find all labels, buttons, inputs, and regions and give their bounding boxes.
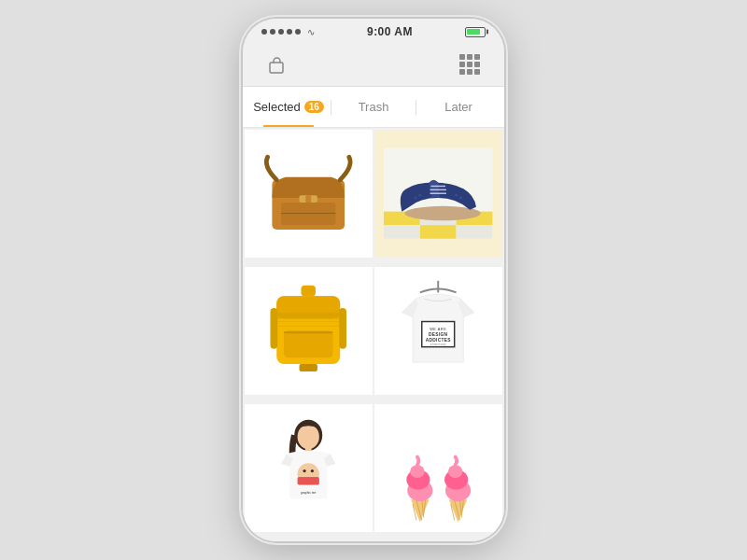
product-cell-backpack[interactable] — [245, 267, 373, 395]
signal-dots: ∿ — [261, 27, 315, 37]
svg-marker-53 — [449, 499, 467, 522]
svg-point-20 — [459, 197, 462, 200]
svg-point-17 — [415, 197, 417, 200]
product-grid: WE ARE DESIGN ADDICTES a brand story — [243, 128, 504, 541]
product-cell-tshirt[interactable]: WE ARE DESIGN ADDICTES a brand story — [374, 267, 502, 395]
status-bar: ∿ 9:00 AM — [243, 19, 504, 45]
product-cell-bag[interactable] — [245, 130, 373, 258]
battery-fill — [467, 29, 480, 35]
app-content: Selected 16 Trash Later — [243, 86, 504, 541]
svg-rect-27 — [300, 364, 317, 371]
svg-point-60 — [448, 466, 463, 479]
tab-later-label: Later — [444, 100, 472, 114]
svg-point-19 — [455, 194, 458, 197]
svg-rect-21 — [302, 286, 317, 297]
svg-text:WE ARE: WE ARE — [430, 328, 447, 332]
product-cell-woman-tshirt[interactable]: graphic tee — [245, 404, 373, 532]
bag-icon[interactable] — [265, 54, 288, 77]
svg-text:a brand story: a brand story — [430, 343, 447, 346]
svg-point-38 — [298, 425, 319, 450]
tab-selected[interactable]: Selected 16 — [247, 87, 331, 127]
signal-dot-5 — [295, 29, 301, 35]
tab-bar: Selected 16 Trash Later — [243, 87, 504, 128]
tab-trash[interactable]: Trash — [331, 87, 416, 127]
product-cell-shoe[interactable] — [374, 130, 502, 258]
svg-rect-12 — [457, 225, 493, 239]
grid-menu-icon[interactable] — [459, 54, 482, 77]
svg-point-52 — [410, 466, 425, 479]
svg-rect-43 — [298, 477, 319, 484]
svg-rect-24 — [284, 331, 332, 358]
svg-rect-10 — [384, 225, 420, 239]
svg-point-18 — [419, 194, 422, 197]
tab-later[interactable]: Later — [416, 87, 500, 127]
svg-point-42 — [311, 469, 314, 472]
signal-dot-3 — [278, 29, 284, 35]
svg-rect-0 — [270, 63, 283, 73]
signal-dot-4 — [287, 29, 292, 35]
phone-frame: ∿ 9:00 AM Sele — [243, 19, 504, 541]
signal-dot-2 — [270, 29, 275, 35]
svg-rect-3 — [306, 195, 312, 203]
tab-trash-label: Trash — [359, 100, 389, 114]
signal-dot-1 — [261, 29, 267, 35]
svg-point-41 — [303, 469, 306, 472]
tab-selected-label: Selected — [253, 100, 301, 114]
battery-icon — [465, 27, 486, 37]
svg-text:DESIGN: DESIGN — [429, 332, 448, 337]
svg-marker-45 — [411, 499, 429, 522]
tab-selected-badge: 16 — [304, 101, 324, 113]
product-cell-icecream[interactable] — [374, 404, 502, 532]
top-nav — [243, 45, 504, 86]
svg-rect-26 — [339, 308, 346, 349]
svg-rect-11 — [420, 225, 457, 239]
svg-rect-25 — [271, 308, 278, 349]
svg-text:graphic tee: graphic tee — [301, 492, 317, 496]
status-time: 9:00 AM — [367, 25, 413, 38]
wifi-icon: ∿ — [307, 27, 315, 37]
